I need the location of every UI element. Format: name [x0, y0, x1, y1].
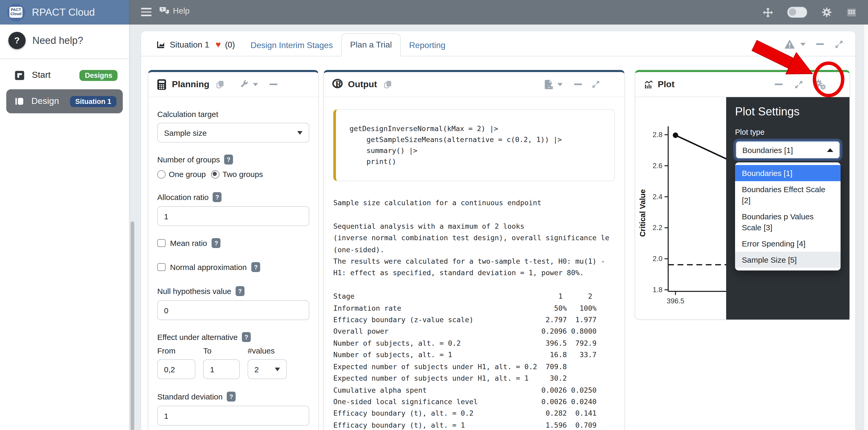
sidebar-divider	[0, 59, 129, 59]
mean-ratio-checkbox[interactable]	[157, 239, 165, 247]
content-scrollbar-thumb[interactable]	[131, 221, 134, 430]
option-sample-size[interactable]: Sample Size [5]	[735, 252, 841, 268]
sidebar-item-design[interactable]: Design Situation 1	[6, 89, 123, 113]
option-boundaries-p-values-scale[interactable]: Boundaries p Values Scale [3]	[735, 208, 841, 235]
effect-values-select[interactable]: 2	[248, 359, 287, 379]
rpact-cloud-app: ? Help PACTCloud RPACT Cloud ?	[0, 0, 868, 430]
option-error-spending[interactable]: Error Spending [4]	[735, 235, 841, 252]
plot-collapse-icon[interactable]	[775, 84, 783, 85]
sidebar-item-start[interactable]: Start Designs	[0, 65, 129, 85]
start-icon	[14, 70, 25, 81]
help-badge-icon[interactable]: ?	[236, 286, 245, 296]
radio-two-groups[interactable]	[211, 170, 219, 178]
need-help-link[interactable]: ? Need help?	[0, 25, 129, 55]
xtick-396-5: 396.5	[666, 297, 684, 305]
wrench-icon[interactable]	[240, 80, 249, 89]
ytick-1-8: 1.8	[652, 286, 662, 294]
output-title: Output	[348, 79, 377, 90]
option-boundaries[interactable]: Boundaries [1]	[735, 165, 841, 181]
help-badge-icon[interactable]: ?	[242, 332, 251, 342]
design-icon	[14, 96, 25, 106]
chevron-down-icon	[297, 131, 303, 134]
situation-badge: Situation 1	[70, 96, 117, 107]
menu-toggle-icon[interactable]	[141, 8, 152, 16]
help-badge-icon[interactable]: ?	[227, 392, 236, 401]
topbar-actions	[763, 0, 857, 25]
fullscreen-move-icon[interactable]	[763, 7, 773, 18]
ytick-2-4: 2.4	[652, 193, 662, 201]
situation-workspace: Situation 1 ♥ (0) Design Interim Stages …	[141, 31, 855, 430]
sidebar: PACTCloud RPACT Cloud ? Need help? Start…	[0, 0, 129, 430]
dark-mode-toggle[interactable]	[787, 7, 807, 18]
sidebar-header[interactable]: PACTCloud RPACT Cloud	[0, 0, 129, 25]
tab-plan-a-trial[interactable]: Plan a Trial	[341, 33, 401, 56]
plot-type-dropdown: Boundaries [1] Boundaries Effect Scale […	[735, 162, 841, 270]
calculation-target-select[interactable]: Sample size	[157, 123, 309, 142]
help-bubbles-icon: ?	[159, 6, 169, 16]
designs-badge: Designs	[80, 70, 118, 81]
rpact-logo: PACTCloud	[7, 3, 25, 21]
favorite-heart-icon[interactable]: ♥	[216, 40, 221, 50]
sidebar-item-label: Start	[32, 70, 51, 80]
r-code-block[interactable]: getDesignInverseNormal(kMax = 2) |> getS…	[333, 109, 615, 181]
settings-gear-icon[interactable]	[821, 7, 832, 18]
expand-icon[interactable]	[834, 39, 844, 49]
plot-settings-panel: Plot Settings Plot type Boundaries [1] B…	[726, 97, 849, 320]
warning-icon[interactable]	[784, 39, 795, 49]
page-scrollbar-track[interactable]	[863, 25, 868, 430]
tab-design-interim-stages[interactable]: Design Interim Stages	[242, 34, 341, 56]
effect-range-inputs: 0,2 1 2	[157, 359, 309, 379]
effect-to-input[interactable]: 1	[203, 359, 240, 379]
situation-title[interactable]: Situation 1 ♥ (0)	[148, 34, 242, 56]
copy-icon[interactable]	[216, 79, 225, 89]
file-export-icon[interactable]	[545, 79, 553, 89]
plot-chart-icon	[644, 79, 654, 89]
output-header: R Output	[324, 72, 624, 97]
planning-collapse-icon[interactable]	[270, 84, 277, 85]
plot-type-value: Boundaries [1]	[742, 145, 793, 154]
plot-settings-title: Plot Settings	[735, 105, 841, 119]
output-panel: R Output getDesignInverseNormal(kMax = 2…	[323, 70, 625, 430]
normal-approx-row: Normal approximation ?	[157, 262, 309, 272]
plot-panel: Plot	[635, 70, 850, 320]
allocation-ratio-input[interactable]: 1	[157, 206, 309, 226]
chevron-down-icon	[275, 367, 280, 371]
standard-deviation-input[interactable]: 1	[157, 406, 309, 426]
tab-reporting[interactable]: Reporting	[401, 34, 454, 56]
effect-from-input[interactable]: 0,2	[157, 359, 195, 379]
normal-approx-checkbox[interactable]	[157, 263, 165, 271]
null-hypothesis-input[interactable]: 0	[157, 300, 309, 320]
output-collapse-icon[interactable]	[574, 84, 582, 85]
ytick-2-2: 2.2	[652, 224, 662, 232]
plot-settings-gears-icon[interactable]	[814, 78, 828, 91]
export-caret-icon[interactable]	[557, 83, 563, 86]
mean-ratio-label: Mean ratio	[170, 239, 207, 247]
help-badge-icon[interactable]: ?	[224, 155, 233, 164]
help-badge-icon[interactable]: ?	[251, 262, 260, 272]
chevron-up-icon	[827, 148, 833, 152]
planning-panel: Planning Calculation target Sample size	[148, 70, 319, 430]
null-hypothesis-label: Null hypothesis value ?	[157, 286, 309, 296]
plot-expand-icon[interactable]	[794, 79, 804, 89]
effect-under-alternative-label: Effect under alternative ?	[157, 332, 309, 342]
svg-text:?: ?	[161, 7, 163, 11]
collapse-icon[interactable]	[816, 43, 824, 45]
normal-approx-label: Normal approximation	[170, 263, 247, 271]
help-menu[interactable]: ? Help	[159, 6, 190, 16]
output-expand-icon[interactable]	[591, 80, 600, 89]
chart-area-icon	[156, 40, 165, 49]
workspace-actions	[784, 39, 844, 49]
option-boundaries-effect-scale[interactable]: Boundaries Effect Scale [2]	[735, 181, 841, 208]
allocation-ratio-label: Allocation ratio ?	[157, 192, 309, 202]
grid-layout-icon[interactable]	[846, 7, 857, 18]
plot-type-select[interactable]: Boundaries [1]	[735, 140, 841, 159]
help-badge-icon[interactable]: ?	[212, 238, 221, 248]
help-badge-icon[interactable]: ?	[213, 192, 222, 202]
copy-icon[interactable]	[383, 79, 392, 89]
warning-caret-icon[interactable]	[800, 42, 806, 46]
calculation-target-value: Sample size	[164, 128, 207, 137]
planning-title: Planning	[172, 79, 210, 90]
wrench-caret-icon[interactable]	[253, 83, 258, 86]
planning-form: Calculation target Sample size Number of…	[148, 97, 318, 430]
radio-one-group[interactable]	[157, 170, 165, 178]
